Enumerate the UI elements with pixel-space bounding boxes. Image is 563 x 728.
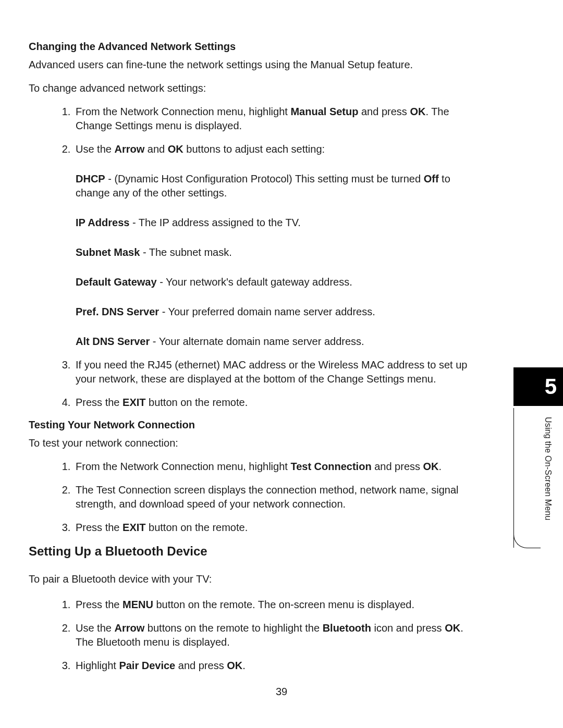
list-item: Use the Arrow and OK buttons to adjust e…: [74, 142, 474, 349]
list-item: Highlight Pair Device and press OK.: [74, 659, 474, 673]
body-text: To test your network connection:: [29, 436, 474, 450]
section-heading: Setting Up a Bluetooth Device: [29, 544, 474, 559]
list-item: From the Network Connection menu, highli…: [74, 105, 474, 133]
manual-page: Changing the Advanced Network Settings A…: [0, 0, 563, 673]
list-item: Press the EXIT button on the remote.: [74, 396, 474, 410]
ordered-list: From the Network Connection menu, highli…: [29, 460, 474, 535]
ordered-list: Press the MENU button on the remote. The…: [29, 598, 474, 673]
ordered-list: From the Network Connection menu, highli…: [29, 105, 474, 410]
list-item: The Test Connection screen displays the …: [74, 483, 474, 511]
list-item: Use the Arrow buttons on the remote to h…: [74, 621, 474, 649]
list-item: Press the MENU button on the remote. The…: [74, 598, 474, 612]
body-text: Advanced users can fine-tune the network…: [29, 58, 474, 72]
list-item: From the Network Connection menu, highli…: [74, 460, 474, 474]
page-number: 39: [0, 686, 563, 698]
list-item: If you need the RJ45 (ethernet) MAC addr…: [74, 358, 474, 386]
chapter-tab: 5 Using the On-Screen Menu: [513, 367, 563, 406]
chapter-title: Using the On-Screen Menu: [543, 417, 553, 545]
chapter-number: 5: [513, 367, 563, 406]
list-item: Press the EXIT button on the remote.: [74, 521, 474, 535]
body-text: To change advanced network settings:: [29, 81, 474, 95]
definition-block: DHCP - (Dynamic Host Configuration Proto…: [76, 172, 474, 349]
subsection-heading: Changing the Advanced Network Settings: [29, 41, 474, 53]
body-text: To pair a Bluetooth device with your TV:: [29, 572, 474, 586]
subsection-heading: Testing Your Network Connection: [29, 419, 474, 431]
